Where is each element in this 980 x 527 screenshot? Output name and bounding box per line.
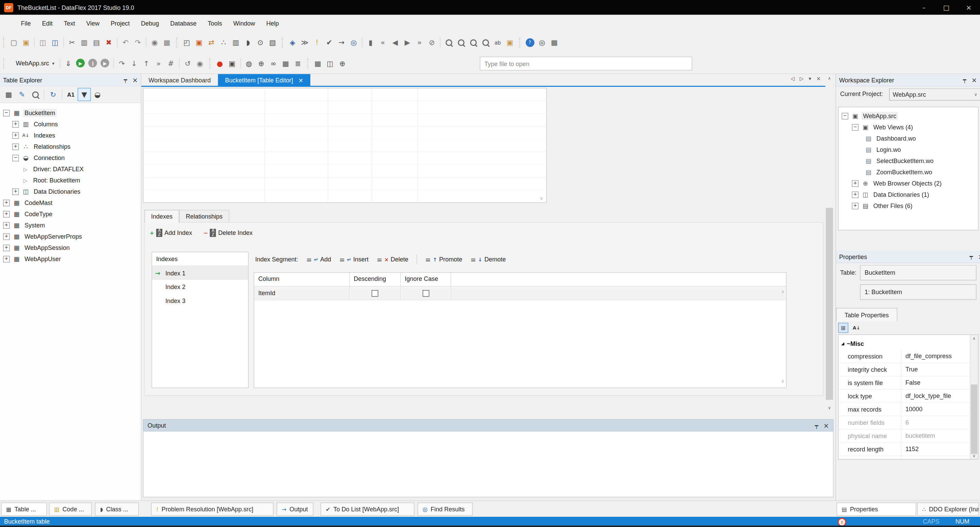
pause-icon[interactable]: ∥ <box>87 57 99 69</box>
tab-bucketitem-table-editor[interactable]: BucketItem [Table Editor]× <box>218 74 310 86</box>
table-query-tool-icon[interactable]: ▦ <box>312 57 324 69</box>
property-row-integrity-check[interactable]: integrity checkTrue <box>839 363 978 377</box>
minimize-button[interactable]: – <box>913 0 935 15</box>
tree-item-bucketitem[interactable]: −▦BucketItem <box>0 107 141 118</box>
property-value[interactable]: True <box>901 363 978 376</box>
properties-scrollbar[interactable]: ∧ ∨ <box>970 335 978 459</box>
pin-icon[interactable]: ┯ <box>963 76 966 83</box>
toolbar-grip[interactable] <box>209 58 212 68</box>
property-value[interactable]: 1152 <box>901 443 978 456</box>
web-property-inspector-icon[interactable]: ◍ <box>243 57 255 69</box>
step-out-icon[interactable]: ↑ <box>140 57 153 69</box>
scroll-up-icon[interactable]: ∧ <box>970 336 978 341</box>
menu-file[interactable]: File <box>15 15 37 32</box>
menu-project[interactable]: Project <box>105 15 135 32</box>
maximize-button[interactable]: □ <box>935 0 958 15</box>
refresh-tables-icon[interactable]: ↻ <box>47 88 60 101</box>
cut-icon[interactable]: ✂ <box>66 37 78 49</box>
undo-icon[interactable]: ↶ <box>119 37 132 49</box>
scroll-up-icon[interactable]: ∧ <box>781 289 785 294</box>
segment-add-button[interactable]: ≡↵Add <box>306 256 331 263</box>
report-viewer-icon[interactable]: ▣ <box>193 37 205 49</box>
column-header-column[interactable]: Column <box>254 273 350 286</box>
paste-icon[interactable]: ▤ <box>91 37 103 49</box>
toggle-breakpoint-icon[interactable]: ● <box>214 57 226 69</box>
expand-icon[interactable]: + <box>12 143 19 150</box>
class-palette-icon[interactable]: ◗ <box>242 37 254 49</box>
tree-item-connection[interactable]: −◒Connection <box>0 152 141 163</box>
tree-item-other-files[interactable]: +▤Other Files (6) <box>839 200 978 212</box>
find-prev-icon[interactable] <box>455 37 467 49</box>
bookmark-last-icon[interactable]: » <box>414 37 426 49</box>
toolbar-grip[interactable] <box>307 58 310 68</box>
edit-table-icon[interactable]: ✎ <box>15 88 29 101</box>
copy-icon[interactable]: ▥ <box>78 37 91 49</box>
connections-icon[interactable]: ◒ <box>91 88 104 101</box>
collapse-icon[interactable]: − <box>842 113 849 119</box>
call-stack-icon[interactable]: ≣ <box>292 57 304 69</box>
window-list-icon[interactable]: ◰ <box>181 37 193 49</box>
tree-item-webappuser[interactable]: +▦WebAppUser <box>0 253 141 264</box>
triangle-icon[interactable]: ▷ <box>24 177 29 183</box>
property-row-lock-type[interactable]: lock typedf_lock_type_file <box>839 390 978 403</box>
tree-item-data-dictionaries[interactable]: +◫Data Dictionaries (1) <box>839 189 978 200</box>
menu-help[interactable]: Help <box>261 15 285 32</box>
tab-properties[interactable]: ▤Properties <box>837 503 916 516</box>
compile-icon[interactable]: ◈ <box>286 37 299 49</box>
menu-view[interactable]: View <box>81 15 105 32</box>
scroll-down-icon[interactable]: ∨ <box>970 454 978 458</box>
tab-class-palette[interactable]: ◗Class ... <box>95 503 139 516</box>
tab-code-explorer[interactable]: ▥Code ... <box>49 503 92 516</box>
class-hierarchy-icon[interactable]: ∴ <box>218 37 230 49</box>
add-index-button[interactable]: + AZ Add Index <box>150 229 192 237</box>
run-to-cursor-icon[interactable]: » <box>153 57 165 69</box>
open-workspace-icon[interactable]: ▣ <box>20 37 32 49</box>
toolbar-grip[interactable] <box>282 37 285 48</box>
pin-icon[interactable]: ┯ <box>815 422 818 429</box>
scroll-tabs-left-icon[interactable]: ◁ <box>791 76 795 81</box>
column-header-descending[interactable]: Descending <box>350 273 401 286</box>
scrollbar-thumb[interactable] <box>826 208 833 400</box>
descending-checkbox[interactable] <box>372 290 379 296</box>
close-document-icon[interactable]: × <box>816 76 821 81</box>
bookmark-next-icon[interactable]: ▶ <box>401 37 414 49</box>
expand-icon[interactable]: + <box>3 211 10 218</box>
collapse-icon[interactable]: − <box>852 124 859 131</box>
tree-item-indexes[interactable]: +A↓Indexes <box>0 130 141 141</box>
tab-problem-resolution[interactable]: !Problem Resolution [WebApp.src] <box>151 503 274 516</box>
table-grid-view-icon[interactable]: ▦ <box>280 57 292 69</box>
tree-item-webappsession[interactable]: +▦WebAppSession <box>0 242 141 253</box>
scroll-tabs-right-icon[interactable]: ▷ <box>800 76 804 81</box>
expand-icon[interactable]: + <box>852 202 859 209</box>
stop-icon[interactable]: ◉ <box>194 57 206 69</box>
expand-icon[interactable]: + <box>12 132 19 139</box>
segment-delete-button[interactable]: ≡×Delete <box>377 256 408 263</box>
expand-icon[interactable]: + <box>12 188 19 195</box>
property-value[interactable]: df_lock_type_file <box>901 390 978 403</box>
run-icon[interactable]: ▶ <box>75 57 87 69</box>
tree-item-codemast[interactable]: +▦CodeMast <box>0 197 141 209</box>
filter-tables-icon[interactable]: ▼ <box>78 88 91 101</box>
toolbar-grip[interactable] <box>519 37 522 48</box>
expand-icon[interactable]: + <box>3 256 10 263</box>
tree-item-relationships[interactable]: +∴Relationships <box>0 141 141 152</box>
web-app-explorer-icon[interactable]: ⊕ <box>255 57 267 69</box>
segment-demote-button[interactable]: ≡↓Demote <box>471 256 506 263</box>
source-lookup-icon[interactable]: ◎ <box>348 37 360 49</box>
tab-table-explorer[interactable]: ▦Table ... <box>1 503 47 516</box>
breakpoint-line-icon[interactable]: # <box>165 57 177 69</box>
segment-promote-button[interactable]: ≡↑Promote <box>425 256 463 263</box>
tab-list-dropdown-icon[interactable]: ▾ <box>809 76 811 81</box>
cell-column-name[interactable]: ItemId <box>254 287 350 300</box>
tree-item-selectbucketitem-wo[interactable]: ▤SelectBucketItem.wo <box>839 155 978 167</box>
close-button[interactable]: × <box>958 0 980 15</box>
pin-icon[interactable]: ┯ <box>124 76 127 83</box>
list-item-index1[interactable]: → Index 1 <box>152 266 248 280</box>
tab-find-results[interactable]: ◎Find Results <box>417 503 473 516</box>
macro-record-icon[interactable]: ◉ <box>149 37 161 49</box>
menu-window[interactable]: Window <box>228 15 261 32</box>
property-row-physical-name[interactable]: physical namebucketitem <box>839 430 978 443</box>
compile-project-icon[interactable]: ⇓ <box>62 57 75 69</box>
switch-names-icon[interactable]: A1 <box>64 88 78 101</box>
tree-item-codetype[interactable]: +▦CodeType <box>0 209 141 220</box>
